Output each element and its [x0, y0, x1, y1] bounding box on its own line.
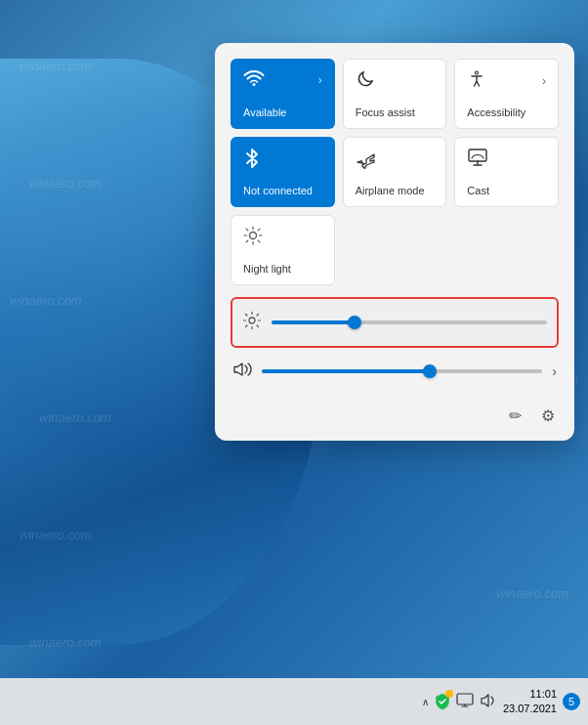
taskbar-volume-icon[interactable]	[480, 693, 497, 711]
accessibility-tile-label: Accessibility	[467, 107, 525, 118]
bluetooth-tile-label: Not connected	[243, 185, 313, 196]
svg-point-0	[476, 71, 479, 74]
brightness-thumb[interactable]	[348, 316, 361, 329]
svg-line-18	[257, 315, 259, 317]
volume-chevron-icon[interactable]: ›	[552, 363, 557, 379]
display-icon[interactable]	[456, 693, 474, 711]
taskbar-date-display: 23.07.2021	[503, 702, 557, 716]
tile-bluetooth-icon-row	[243, 148, 322, 172]
svg-line-10	[246, 240, 248, 242]
volume-thumb[interactable]	[423, 364, 437, 378]
brightness-track-fill	[272, 320, 355, 324]
edit-button[interactable]: ✏	[505, 403, 525, 429]
brightness-icon	[242, 312, 262, 333]
wifi-chevron-icon: ›	[318, 73, 322, 87]
tile-cast-icon-row	[467, 148, 546, 170]
tile-wifi[interactable]: › Available	[231, 59, 335, 129]
quick-settings-panel: › Available Focus assist	[215, 43, 574, 441]
cast-icon	[467, 148, 488, 170]
moon-icon	[356, 69, 375, 92]
accessibility-chevron-icon: ›	[542, 74, 546, 88]
tile-bluetooth[interactable]: Not connected	[231, 137, 335, 207]
svg-line-7	[246, 229, 248, 231]
volume-slider[interactable]	[262, 362, 542, 381]
shield-badge	[445, 690, 453, 698]
svg-line-19	[246, 325, 248, 327]
tile-nightlight-icon-row	[243, 226, 322, 248]
svg-rect-20	[457, 694, 473, 704]
tile-focus[interactable]: Focus assist	[343, 59, 447, 129]
volume-icon	[232, 362, 252, 381]
nightlight-tile-label: Night light	[243, 263, 291, 275]
tile-airplane[interactable]: Airplane mode	[343, 137, 447, 207]
tile-accessibility-icon-row: ›	[467, 69, 546, 92]
taskbar-time-display: 11:01	[503, 687, 557, 702]
wifi-icon	[243, 69, 265, 90]
svg-line-17	[257, 325, 259, 327]
wifi-tile-label: Available	[243, 107, 286, 118]
svg-line-8	[258, 240, 260, 242]
panel-footer: ✏ ⚙	[231, 395, 559, 429]
tile-focus-icon-row	[356, 69, 435, 92]
taskbar-system-tray: ∧	[422, 693, 497, 711]
system-tray-expand-icon[interactable]: ∧	[422, 697, 429, 707]
volume-slider-container: ›	[231, 354, 559, 391]
tile-nightlight[interactable]: Night light	[231, 215, 335, 285]
tile-airplane-icon-row	[356, 148, 435, 172]
taskbar: ∧ 11:01 23.07.2021 5	[0, 678, 588, 725]
volume-row: ›	[231, 356, 559, 387]
tile-wifi-icon-row: ›	[243, 69, 322, 90]
brightness-track	[272, 320, 547, 324]
taskbar-clock[interactable]: 11:01 23.07.2021	[503, 687, 557, 717]
volume-track-fill	[262, 369, 430, 373]
svg-point-11	[249, 318, 255, 323]
focus-tile-label: Focus assist	[356, 107, 415, 118]
tile-accessibility[interactable]: › Accessibility	[454, 59, 559, 129]
bluetooth-icon	[243, 148, 261, 172]
svg-point-2	[250, 233, 257, 239]
volume-track	[262, 369, 542, 373]
airplane-tile-label: Airplane mode	[356, 185, 425, 196]
notification-badge[interactable]: 5	[563, 693, 580, 710]
nightlight-sun-icon	[243, 226, 263, 248]
brightness-slider-container	[231, 297, 559, 348]
accessibility-icon	[467, 69, 486, 92]
airplane-icon	[356, 148, 377, 172]
svg-line-16	[246, 315, 248, 317]
tile-cast[interactable]: Cast	[454, 137, 559, 207]
cast-tile-label: Cast	[467, 185, 489, 196]
svg-line-9	[258, 229, 260, 231]
security-shield-icon[interactable]	[435, 693, 450, 710]
tiles-grid: › Available Focus assist	[231, 59, 559, 285]
settings-button[interactable]: ⚙	[537, 403, 559, 429]
brightness-row	[240, 306, 549, 339]
watermark: winaero.com	[496, 586, 568, 601]
brightness-slider[interactable]	[272, 313, 547, 332]
